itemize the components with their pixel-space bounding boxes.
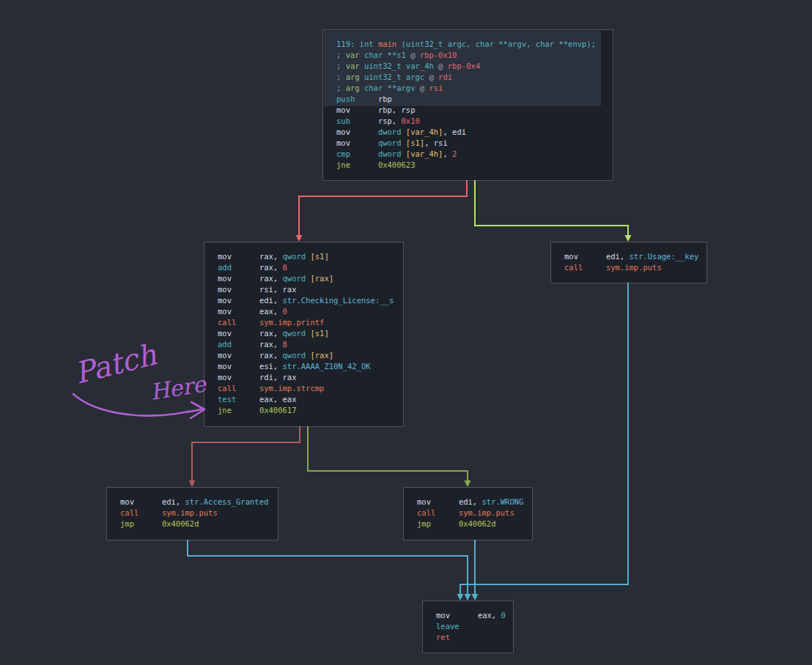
asm-token: [var_4h]	[406, 149, 443, 158]
asm-line[interactable]: add rax, 8	[218, 339, 403, 350]
asm-token: qword	[283, 329, 311, 338]
asm-line[interactable]: mov dword [var_4h], edi	[336, 127, 613, 138]
asm-token: cmp	[336, 149, 378, 158]
asm-line[interactable]: mov qword [s1], rsi	[336, 138, 613, 149]
asm-token: edi,	[459, 497, 482, 506]
asm-line[interactable]: mov rax, qword [s1]	[218, 328, 403, 339]
asm-token: call	[218, 384, 259, 393]
asm-line[interactable]: jmp 0x40062d	[120, 519, 278, 530]
asm-line[interactable]: mov edi, str.Usage:__key	[564, 251, 706, 262]
asm-token: mov	[120, 497, 162, 506]
asm-token: uint32_t var_4h	[364, 62, 434, 70]
block-access-granted[interactable]: mov edi, str.Access_Grantedcall sym.imp.…	[106, 487, 278, 540]
asm-line[interactable]: jmp 0x40062d	[417, 519, 532, 530]
asm-line[interactable]: call sym.imp.puts	[417, 508, 532, 519]
asm-line[interactable]: ; arg uint32_t argc @ rdi	[336, 72, 613, 83]
asm-line[interactable]: 119: int main (uint32_t argc, char **arg…	[336, 39, 613, 50]
block-main-entry[interactable]: 119: int main (uint32_t argc, char **arg…	[322, 29, 613, 181]
asm-token: str.AAAA_Z10N_42_OK	[283, 362, 371, 371]
block-lines: mov edi, str.Usage:__keycall sym.imp.put…	[551, 242, 706, 273]
asm-line[interactable]: mov esi, str.AAAA_Z10N_42_OK	[218, 361, 403, 372]
asm-token: rbp-0x4	[448, 62, 480, 70]
asm-token: str.Access_Granted	[185, 497, 269, 506]
asm-line[interactable]: mov edi, str.WRONG	[417, 497, 532, 508]
asm-token: mov	[218, 252, 259, 261]
asm-token: push	[336, 94, 378, 103]
asm-line[interactable]: ; var uint32_t var_4h @ rbp-0x4	[336, 61, 613, 72]
asm-line[interactable]: call sym.imp.puts	[564, 262, 706, 273]
asm-line[interactable]: ret	[436, 632, 513, 643]
asm-line[interactable]: mov rsi, rax	[218, 284, 403, 295]
asm-line[interactable]: cmp dword [var_4h], 2	[336, 149, 613, 160]
asm-token: , rsi	[424, 138, 448, 147]
asm-token: 0x400623	[378, 160, 416, 169]
asm-line[interactable]: mov rax, qword [rax]	[218, 350, 403, 361]
asm-token: rbp, rsp	[378, 105, 416, 114]
asm-token: rax,	[259, 351, 283, 360]
asm-line[interactable]: ; var char **s1 @ rbp-0x10	[336, 50, 613, 61]
block-usage[interactable]: mov edi, str.Usage:__keycall sym.imp.put…	[550, 242, 707, 283]
asm-token: qword	[283, 274, 311, 283]
asm-token: sym.imp.printf	[259, 318, 325, 327]
asm-token: eax,	[259, 307, 283, 316]
asm-token: mov	[218, 373, 259, 382]
asm-line[interactable]: mov rdi, rax	[218, 372, 403, 383]
asm-line[interactable]: jne 0x400623	[336, 160, 613, 171]
asm-token: rsi	[429, 83, 443, 92]
asm-token: ;	[336, 83, 346, 92]
asm-token: call	[417, 508, 459, 517]
asm-token: mov	[218, 274, 259, 283]
asm-token: rbp	[378, 94, 392, 103]
asm-line[interactable]: jne 0x400617	[218, 405, 403, 416]
asm-token: jne	[336, 160, 378, 169]
asm-line[interactable]: mov rax, qword [s1]	[218, 251, 403, 262]
asm-line[interactable]: mov edi, str.Checking_License:__s	[218, 295, 403, 306]
asm-token: @	[406, 51, 420, 59]
block-exit[interactable]: mov eax, 0leaveret	[422, 601, 514, 653]
asm-token: mov	[218, 351, 259, 360]
asm-line[interactable]: add rax, 8	[218, 262, 403, 273]
asm-token: 0x10	[402, 116, 420, 125]
asm-line[interactable]: mov rax, qword [rax]	[218, 273, 403, 284]
asm-token: str.WRONG	[482, 497, 524, 506]
asm-token: rax,	[259, 274, 283, 283]
block-license-check[interactable]: mov rax, qword [s1]add rax, 8mov rax, qw…	[204, 242, 404, 427]
asm-token: mov	[218, 296, 259, 305]
asm-line[interactable]: call sym.imp.puts	[120, 508, 278, 519]
asm-line[interactable]: sub rsp, 0x10	[336, 116, 613, 127]
asm-token: char **argv	[364, 83, 416, 92]
asm-token: 0x40062d	[459, 519, 496, 528]
asm-line[interactable]: leave	[436, 621, 513, 632]
asm-token: ,	[443, 149, 452, 158]
block-lines: 119: int main (uint32_t argc, char **arg…	[323, 30, 613, 171]
block-wrong[interactable]: mov edi, str.WRONGcall sym.imp.putsjmp 0…	[403, 487, 533, 540]
asm-line[interactable]: mov edi, str.Access_Granted	[120, 497, 278, 508]
asm-line[interactable]: mov rbp, rsp	[336, 105, 613, 116]
asm-token: mov	[218, 362, 259, 371]
asm-token: 0	[501, 611, 506, 620]
asm-token: 119: int	[336, 40, 378, 48]
asm-token: mov	[336, 138, 378, 147]
asm-token: char **s1	[364, 51, 406, 59]
asm-line[interactable]: push rbp	[336, 94, 613, 105]
asm-token: uint32_t argc	[364, 73, 424, 81]
asm-token: 0	[283, 307, 287, 316]
asm-token: mov	[436, 611, 478, 620]
asm-line[interactable]: ; arg char **argv @ rsi	[336, 83, 613, 94]
asm-line[interactable]: call sym.imp.strcmp	[218, 383, 403, 394]
asm-token: eax,	[478, 611, 501, 620]
asm-token: mov	[564, 252, 606, 261]
asm-token: qword	[283, 252, 311, 261]
asm-line[interactable]: mov eax, 0	[436, 610, 513, 621]
asm-line[interactable]: call sym.imp.printf	[218, 317, 403, 328]
graph-canvas[interactable]: 119: int main (uint32_t argc, char **arg…	[0, 0, 812, 665]
asm-token: arg	[346, 83, 364, 92]
asm-token: test	[218, 395, 259, 404]
asm-token: @	[416, 83, 429, 92]
asm-token: sym.imp.strcmp	[259, 384, 325, 393]
asm-line[interactable]: mov eax, 0	[218, 306, 403, 317]
asm-line[interactable]: test eax, eax	[218, 394, 403, 405]
asm-token: sym.imp.puts	[162, 508, 218, 517]
block-lines: mov rax, qword [s1]add rax, 8mov rax, qw…	[204, 242, 403, 416]
block-lines: mov edi, str.Access_Grantedcall sym.imp.…	[107, 488, 278, 530]
